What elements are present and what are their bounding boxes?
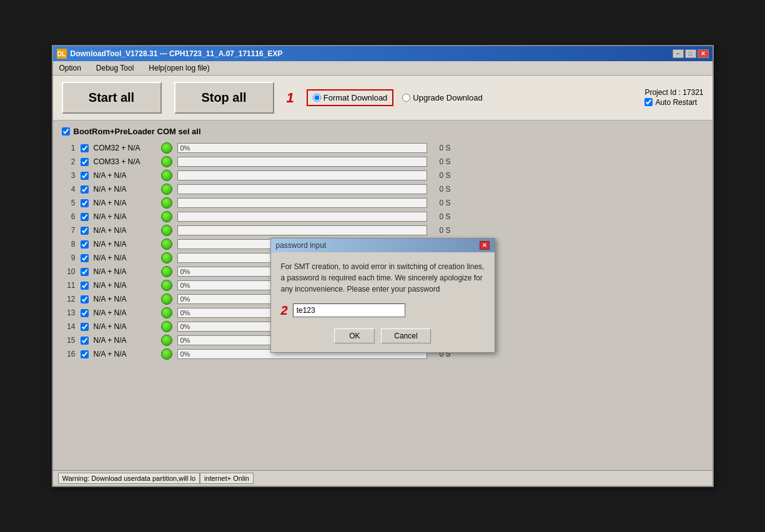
format-download-label: Format Download bbox=[323, 93, 388, 102]
upgrade-download-radio[interactable] bbox=[402, 94, 410, 102]
ok-button[interactable]: OK bbox=[334, 328, 375, 343]
title-bar-left: DL DownloadTool_V1728.31 --- CPH1723_11_… bbox=[57, 49, 283, 59]
main-content: BootRom+PreLoader COM sel all 1 COM32 + … bbox=[53, 121, 713, 470]
modal-input-row: 2 bbox=[281, 301, 485, 320]
step1-label: 1 bbox=[287, 90, 294, 106]
auto-restart-row: Auto Restart bbox=[644, 98, 703, 107]
password-input[interactable] bbox=[293, 303, 405, 317]
title-buttons: − □ ✕ bbox=[673, 49, 709, 58]
title-bar: DL DownloadTool_V1728.31 --- CPH1723_11_… bbox=[53, 46, 713, 61]
step2-label: 2 bbox=[281, 301, 288, 320]
toolbar: Start all Stop all 1 Format Download Upg… bbox=[53, 76, 713, 121]
menu-option[interactable]: Option bbox=[56, 62, 85, 74]
auto-restart-checkbox[interactable] bbox=[644, 98, 653, 106]
modal-body: For SMT creation, to avoid error in swit… bbox=[271, 252, 495, 352]
format-download-box: Format Download bbox=[307, 89, 394, 106]
upgrade-download-label: Upgrade Download bbox=[413, 93, 482, 102]
project-id: Project Id : 17321 bbox=[644, 88, 703, 97]
project-info: Project Id : 17321 Auto Restart bbox=[644, 88, 703, 108]
maximize-button[interactable]: □ bbox=[685, 49, 696, 58]
window-title: DownloadTool_V1728.31 --- CPH1723_11_A.0… bbox=[71, 49, 283, 58]
modal-title: password input bbox=[276, 241, 327, 250]
start-all-button[interactable]: Start all bbox=[62, 82, 162, 114]
modal-close-button[interactable]: ✕ bbox=[480, 241, 490, 250]
menu-debug-tool[interactable]: Debug Tool bbox=[92, 62, 138, 74]
close-button[interactable]: ✕ bbox=[698, 49, 709, 58]
menu-bar: Option Debug Tool Help(open log file) bbox=[53, 61, 713, 76]
modal-overlay: password input ✕ For SMT creation, to av… bbox=[53, 121, 713, 470]
download-mode-group: Format Download Upgrade Download bbox=[307, 89, 483, 106]
app-icon: DL bbox=[57, 49, 67, 59]
cancel-button[interactable]: Cancel bbox=[381, 328, 430, 343]
format-download-radio[interactable] bbox=[313, 94, 321, 102]
password-modal: password input ✕ For SMT creation, to av… bbox=[270, 238, 495, 353]
format-download-option[interactable]: Format Download bbox=[313, 93, 388, 102]
warning-status: Warning: Download userdata partition,wil… bbox=[58, 473, 200, 484]
upgrade-download-option[interactable]: Upgrade Download bbox=[402, 93, 482, 102]
status-bar: Warning: Download userdata partition,wil… bbox=[53, 470, 713, 486]
auto-restart-label: Auto Restart bbox=[655, 98, 697, 107]
minimize-button[interactable]: − bbox=[673, 49, 684, 58]
modal-buttons: OK Cancel bbox=[281, 328, 485, 343]
network-status: internet+ Onlin bbox=[200, 473, 254, 484]
stop-all-button[interactable]: Stop all bbox=[174, 82, 274, 114]
modal-title-bar: password input ✕ bbox=[271, 239, 495, 252]
menu-help[interactable]: Help(open log file) bbox=[145, 62, 213, 74]
modal-body-text: For SMT creation, to avoid error in swit… bbox=[281, 262, 485, 293]
main-window: DL DownloadTool_V1728.31 --- CPH1723_11_… bbox=[52, 45, 714, 487]
